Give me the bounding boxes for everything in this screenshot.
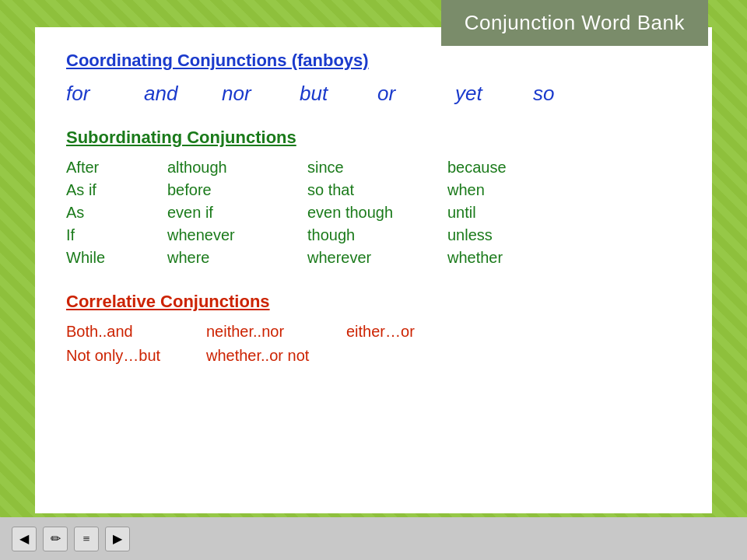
- sub-word: since: [307, 159, 447, 177]
- edit-button[interactable]: ✏: [43, 527, 68, 551]
- sub-word: After: [66, 159, 167, 177]
- menu-button[interactable]: ≡: [74, 527, 99, 551]
- sub-word: While: [66, 249, 167, 267]
- correlative-row2: Not only…but whether..or not: [66, 347, 681, 365]
- sub-word: even if: [167, 204, 307, 222]
- corr-word-either-or: either…or: [346, 323, 486, 341]
- sub-word: although: [167, 159, 307, 177]
- sub-word: whenever: [167, 226, 307, 244]
- coordinating-section: Coordinating Conjunctions (fanboys) for …: [66, 51, 681, 106]
- fanboys-word-and: and: [144, 82, 222, 106]
- main-card: Coordinating Conjunctions (fanboys) for …: [35, 27, 712, 513]
- coordinating-title: Coordinating Conjunctions (fanboys): [66, 51, 681, 71]
- sub-word: though: [307, 226, 447, 244]
- subordinating-title: Subordinating Conjunctions: [66, 128, 681, 148]
- sub-word: because: [447, 159, 587, 177]
- title-box: Conjunction Word Bank: [441, 0, 708, 46]
- sub-word: As if: [66, 181, 167, 199]
- fanboys-word-but: but: [300, 82, 377, 106]
- sub-word: even though: [307, 204, 447, 222]
- sub-word: so that: [307, 181, 447, 199]
- fanboys-word-so: so: [533, 82, 611, 106]
- corr-word-neither-nor: neither..nor: [206, 323, 346, 341]
- corr-word-not-only: Not only…but: [66, 347, 206, 365]
- subordinating-section: Subordinating Conjunctions After althoug…: [66, 128, 681, 267]
- sub-word: when: [447, 181, 587, 199]
- back-button[interactable]: ◀: [12, 527, 37, 551]
- sub-word: whether: [447, 249, 587, 267]
- fanboys-row: for and nor but or yet so: [66, 82, 681, 106]
- sub-word: unless: [447, 226, 587, 244]
- sub-word: where: [167, 249, 307, 267]
- correlative-title: Correlative Conjunctions: [66, 292, 681, 312]
- correlative-section: Correlative Conjunctions Both..and neith…: [66, 292, 681, 365]
- fanboys-word-or: or: [377, 82, 455, 106]
- correlative-row1: Both..and neither..nor either…or: [66, 323, 681, 341]
- sub-word: wherever: [307, 249, 447, 267]
- outer-border: Conjunction Word Bank Coordinating Conju…: [0, 0, 747, 560]
- forward-button[interactable]: ▶: [105, 527, 130, 551]
- toolbar: ◀ ✏ ≡ ▶: [0, 517, 747, 560]
- sub-word: As: [66, 204, 167, 222]
- sub-word: until: [447, 204, 587, 222]
- fanboys-word-for: for: [66, 82, 144, 106]
- sub-word: If: [66, 226, 167, 244]
- fanboys-word-nor: nor: [222, 82, 300, 106]
- sub-word: before: [167, 181, 307, 199]
- corr-word-both-and: Both..and: [66, 323, 206, 341]
- page-title: Conjunction Word Bank: [465, 11, 685, 34]
- subordinating-grid: After although since because As if befor…: [66, 159, 681, 267]
- corr-word-whether: whether..or not: [206, 347, 346, 365]
- fanboys-word-yet: yet: [455, 82, 533, 106]
